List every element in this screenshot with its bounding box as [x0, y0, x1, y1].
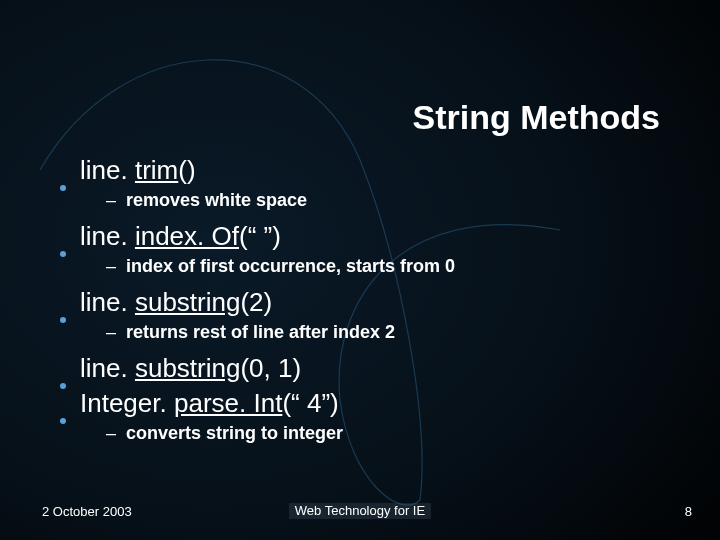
method-name: parse. Int [174, 388, 282, 418]
sub-text: removes white space [126, 190, 307, 211]
bullet-substring-2: line. substring(0, 1) [60, 353, 680, 384]
bullet-dot-icon [60, 251, 66, 257]
sub-text: index of first occurrence, starts from 0 [126, 256, 455, 277]
bullet-parseint: Integer. parse. Int(“ 4”) [60, 388, 680, 419]
method-suffix: (2) [240, 287, 272, 317]
bullet-text: line. substring(0, 1) [80, 353, 301, 384]
method-name: trim [135, 155, 178, 185]
bullet-trim: line. trim() [60, 155, 680, 186]
dash-icon: – [106, 256, 116, 277]
sub-bullet: – removes white space [106, 190, 680, 211]
method-suffix: (“ ”) [239, 221, 281, 251]
footer-page-number: 8 [685, 504, 692, 519]
content-area: line. trim() – removes white space line.… [60, 155, 680, 454]
slide: String Methods line. trim() – removes wh… [0, 0, 720, 540]
method-name: index. Of [135, 221, 239, 251]
method-prefix: line. [80, 353, 135, 383]
method-suffix: () [178, 155, 195, 185]
slide-title: String Methods [413, 98, 660, 137]
sub-text: converts string to integer [126, 423, 343, 444]
sub-bullet: – returns rest of line after index 2 [106, 322, 680, 343]
bullet-indexof: line. index. Of(“ ”) [60, 221, 680, 252]
bullet-dot-icon [60, 317, 66, 323]
footer-title: Web Technology for IE [289, 503, 431, 519]
method-suffix: (0, 1) [240, 353, 301, 383]
method-name: substring [135, 353, 241, 383]
method-prefix: line. [80, 221, 135, 251]
method-name: substring [135, 287, 241, 317]
bullet-text: line. index. Of(“ ”) [80, 221, 281, 252]
footer-center-wrap: Web Technology for IE [0, 503, 720, 519]
bullet-dot-icon [60, 383, 66, 389]
footer: 2 October 2003 Web Technology for IE 8 [0, 500, 720, 522]
method-suffix: (“ 4”) [282, 388, 338, 418]
sub-bullet: – converts string to integer [106, 423, 680, 444]
bullet-text: line. trim() [80, 155, 196, 186]
dash-icon: – [106, 190, 116, 211]
dash-icon: – [106, 423, 116, 444]
dash-icon: – [106, 322, 116, 343]
bullet-text: Integer. parse. Int(“ 4”) [80, 388, 339, 419]
sub-bullet: – index of first occurrence, starts from… [106, 256, 680, 277]
bullet-dot-icon [60, 418, 66, 424]
sub-text: returns rest of line after index 2 [126, 322, 395, 343]
method-prefix: line. [80, 287, 135, 317]
bullet-dot-icon [60, 185, 66, 191]
bullet-text: line. substring(2) [80, 287, 272, 318]
method-prefix: line. [80, 155, 135, 185]
method-prefix: Integer. [80, 388, 174, 418]
bullet-substring-1: line. substring(2) [60, 287, 680, 318]
